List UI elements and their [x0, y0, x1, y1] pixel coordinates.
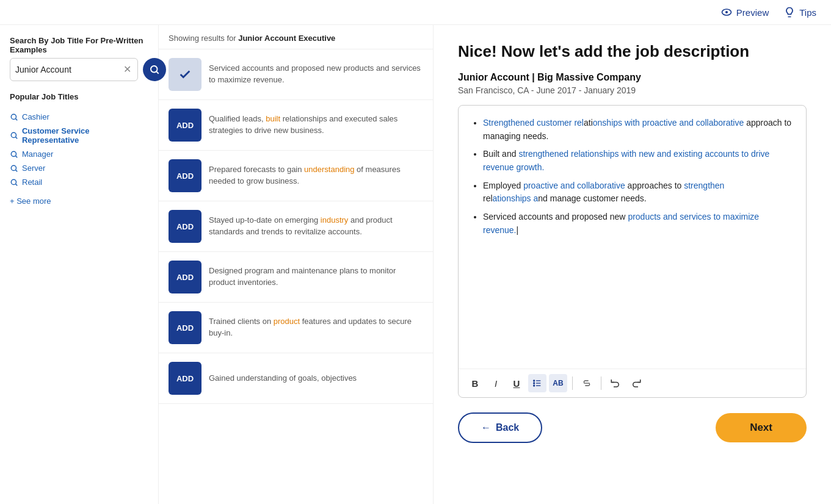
result-item-3: ADD Stayed up-to-date on emerging indust… [159, 201, 433, 252]
tips-button[interactable]: Tips [783, 6, 816, 18]
search-row: ✕ [10, 58, 148, 81]
desc-bullet-3: Serviced accounts and proposed new produ… [483, 211, 794, 237]
add-button-1[interactable]: ADD [169, 109, 201, 142]
result-text-6: Gained understanding of goals, objective… [209, 373, 357, 384]
add-button-4[interactable]: ADD [169, 261, 201, 293]
popular-title: Popular Job Titles [10, 92, 148, 101]
top-bar: Preview Tips [0, 0, 831, 25]
see-more-link[interactable]: + See more [10, 196, 148, 206]
popular-list: Cashier Customer Service Representative … [10, 112, 148, 187]
add-button-5[interactable]: ADD [169, 311, 201, 344]
job-location-line: San Francisco, CA - June 2017 - January … [458, 85, 807, 95]
list-button[interactable] [528, 374, 546, 392]
popular-item-server[interactable]: Server [10, 164, 148, 173]
clear-search-button[interactable]: ✕ [122, 65, 132, 74]
result-text-5: Trained clients on product features and … [209, 316, 423, 339]
svg-point-19 [534, 385, 535, 386]
add-button-2[interactable]: ADD [169, 159, 201, 192]
result-item-2: ADD Prepared forecasts to gain understan… [159, 151, 433, 201]
result-item-1: ADD Qualified leads, built relationships… [159, 100, 433, 151]
result-item-0: Serviced accounts and proposed new produ… [159, 49, 433, 100]
results-list: Serviced accounts and proposed new produ… [159, 49, 433, 504]
clear-format-button[interactable] [578, 374, 596, 392]
result-text-2: Prepared forecasts to gain understanding… [209, 164, 423, 187]
list-icon [532, 378, 542, 388]
popular-item-cashier-label: Cashier [22, 112, 49, 121]
svg-line-13 [16, 184, 18, 185]
toolbar-divider-2 [601, 376, 601, 390]
result-item-5: ADD Trained clients on product features … [159, 303, 433, 353]
result-item-6: ADD Gained understanding of goals, objec… [159, 353, 433, 404]
back-arrow-icon: ← [481, 422, 491, 433]
search-small-icon [10, 113, 18, 121]
svg-point-18 [534, 383, 535, 384]
check-icon [178, 68, 192, 81]
search-small-icon-5 [10, 178, 18, 187]
job-title-line: Junior Account | Big Massive Company [458, 72, 807, 83]
desc-bullet-0: Strengthened customer relationships with… [483, 117, 794, 143]
middle-panel: Showing results for Junior Account Execu… [159, 25, 434, 504]
undo-button[interactable] [606, 374, 625, 392]
add-button-3[interactable]: ADD [169, 210, 201, 243]
eye-icon [720, 6, 733, 18]
svg-line-9 [16, 156, 18, 157]
result-item-4: ADD Designed program and maintenance pla… [159, 252, 433, 303]
description-editor[interactable]: Strengthened customer relationships with… [458, 105, 807, 398]
svg-point-17 [534, 380, 535, 381]
svg-line-5 [16, 118, 18, 120]
result-text-0: Serviced accounts and proposed new produ… [209, 63, 423, 86]
results-header-query: Junior Account Executive [238, 34, 335, 43]
svg-point-8 [11, 151, 16, 156]
lightbulb-icon [783, 6, 796, 18]
search-small-icon-4 [10, 164, 18, 173]
toolbar-divider [572, 376, 573, 390]
format-button[interactable]: AB [549, 374, 567, 392]
search-input[interactable] [15, 65, 122, 74]
svg-point-2 [151, 66, 158, 73]
popular-item-manager-label: Manager [22, 149, 53, 159]
popular-item-retail[interactable]: Retail [10, 178, 148, 187]
popular-item-retail-label: Retail [22, 178, 42, 187]
search-input-wrapper: ✕ [10, 58, 138, 81]
redo-icon [631, 378, 642, 389]
add-button-6[interactable]: ADD [169, 362, 201, 395]
desc-bullet-1: Built and strengthened relationships wit… [483, 148, 794, 174]
svg-line-11 [16, 170, 18, 171]
toolbar: B I U AB [459, 369, 806, 397]
back-label: Back [496, 422, 519, 433]
underline-button[interactable]: U [507, 374, 526, 392]
description-content[interactable]: Strengthened customer relationships with… [459, 106, 806, 369]
svg-point-10 [11, 165, 16, 170]
svg-point-1 [725, 11, 728, 13]
right-panel: Nice! Now let's add the job description … [434, 25, 831, 504]
bold-button[interactable]: B [466, 374, 484, 392]
result-text-3: Stayed up-to-date on emerging industry a… [209, 215, 423, 238]
popular-item-manager[interactable]: Manager [10, 149, 148, 159]
popular-item-cashier[interactable]: Cashier [10, 112, 148, 121]
svg-point-6 [11, 132, 16, 137]
search-label: Search By Job Title For Pre-Written Exam… [10, 36, 148, 54]
add-button-0[interactable] [169, 58, 201, 91]
popular-item-customer-service[interactable]: Customer Service Representative [10, 126, 148, 145]
search-small-icon-2 [10, 131, 18, 140]
redo-button[interactable] [627, 374, 645, 392]
results-header: Showing results for Junior Account Execu… [159, 25, 433, 49]
svg-line-7 [16, 137, 18, 139]
left-panel: Search By Job Title For Pre-Written Exam… [0, 25, 159, 504]
svg-point-12 [11, 179, 16, 184]
preview-label: Preview [736, 7, 769, 18]
main-layout: Search By Job Title For Pre-Written Exam… [0, 25, 831, 504]
preview-button[interactable]: Preview [720, 6, 769, 18]
result-text-4: Designed program and maintenance plans t… [209, 265, 423, 289]
results-header-prefix: Showing results for [169, 34, 238, 43]
undo-icon [610, 378, 621, 389]
popular-item-customer-service-label: Customer Service Representative [22, 126, 148, 145]
strikethrough-icon [582, 378, 592, 388]
next-label: Next [750, 422, 772, 433]
tips-label: Tips [799, 7, 816, 18]
popular-item-server-label: Server [22, 164, 45, 173]
page-title: Nice! Now let's add the job description [458, 42, 807, 61]
next-button[interactable]: Next [716, 413, 807, 442]
back-button[interactable]: ← Back [458, 412, 542, 443]
italic-button[interactable]: I [487, 374, 505, 392]
